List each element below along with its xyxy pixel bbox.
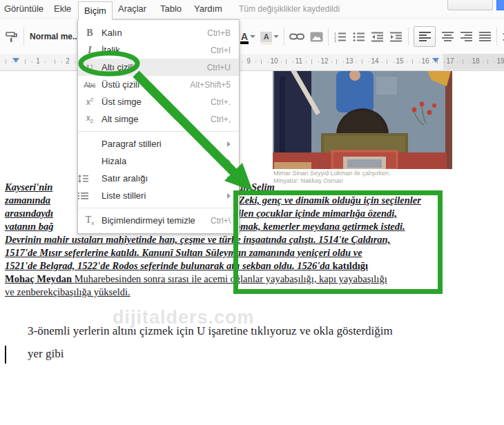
ruler-tick	[6, 59, 6, 64]
highlight-color-button[interactable]: A	[260, 27, 279, 46]
ruler: 12910111213141516171819	[0, 54, 504, 71]
submenu-arrow-icon	[227, 176, 231, 181]
document-image[interactable]	[273, 71, 452, 169]
format-menu: B Kalın Ctrl+B I İtalik Ctrl+I U Altı çi…	[77, 19, 240, 234]
toolbar-separator	[328, 28, 329, 46]
google-docs-window: Görüntüle Ekle Araçlar Tablo Yardım Tüm …	[0, 0, 504, 425]
menu-bicim[interactable]: Biçim	[78, 1, 113, 20]
menu-yardim[interactable]: Yardım	[194, 0, 222, 18]
bold-icon: B	[78, 28, 101, 39]
ruler-tick	[469, 61, 470, 63]
align-center-button[interactable]	[440, 27, 454, 46]
menu-item-italic[interactable]: I İtalik Ctrl+I	[78, 41, 239, 59]
document-page[interactable]: Mimar Sinan Seyyid Lokman ile çalışırken…	[0, 70, 504, 425]
align-right-button[interactable]	[459, 27, 473, 46]
ruler-tick	[419, 61, 420, 63]
para-line3-right: ilen çocuklar içinde mimarlığa özendi,	[238, 208, 397, 219]
menu-goruntule[interactable]: Görüntüle	[4, 0, 43, 18]
menu-item-superscript[interactable]: x2 Üst simge Ctrl+.	[78, 93, 239, 110]
numbered-list-icon[interactable]: 123	[333, 27, 347, 46]
ruler-tick	[331, 61, 332, 63]
clear-formatting-icon: Tx	[78, 215, 101, 226]
insert-link-icon[interactable]	[289, 27, 304, 46]
comments-button[interactable]	[447, 0, 493, 10]
menu-item-line-spacing[interactable]: Satır aralığı	[78, 170, 239, 187]
menu-araclar[interactable]: Araçlar	[118, 0, 146, 18]
para-line8: Mohaç Meydan Muharebesinden sonra sırası…	[5, 273, 387, 285]
menu-item-underline[interactable]: U Altı çizili Ctrl+U	[78, 59, 239, 76]
svg-text:3: 3	[334, 39, 336, 42]
ruler-tick	[55, 59, 55, 64]
right-indent-marker[interactable]	[432, 58, 439, 63]
para-line5: Devrinin mahir ustaları mahiyetinde han,…	[5, 234, 390, 246]
menu-item-align[interactable]: Hizala	[78, 152, 239, 170]
list-styles-icon	[78, 192, 101, 200]
ruler-number: 12	[320, 57, 328, 65]
ruler-tick	[261, 59, 262, 64]
highlight-caret[interactable]	[273, 35, 279, 38]
strikethrough-icon: Abc	[78, 80, 101, 90]
submenu-arrow-icon	[227, 141, 231, 147]
menu-item-list-styles[interactable]: Liste stilleri	[78, 187, 239, 204]
menu-ekle[interactable]: Ekle	[54, 0, 71, 18]
ruler-tick	[457, 61, 458, 63]
ruler-tick	[387, 59, 387, 64]
paint-format-icon[interactable]	[4, 27, 18, 46]
ruler-tick	[369, 61, 369, 63]
submenu-arrow-icon	[227, 193, 231, 199]
menu-tablo[interactable]: Tablo	[160, 0, 182, 18]
bulleted-list-icon[interactable]	[352, 27, 366, 46]
ruler-tick	[362, 59, 362, 64]
decrease-indent-icon[interactable]	[371, 27, 385, 46]
image-caption: Mimar Sinan Seyyid Lokman ile çalışırken…	[273, 170, 391, 185]
toolbar-separator	[23, 28, 24, 46]
ruler-tick	[75, 61, 75, 63]
toolbar: Normal me... A A	[0, 18, 504, 55]
ruler-tick	[268, 61, 269, 63]
increase-indent-icon[interactable]	[389, 27, 403, 46]
toolbar-separator	[284, 28, 284, 46]
style-selector[interactable]: Normal me...	[30, 27, 79, 46]
para-line4-right: omak, kemerler meydana getirmek istedi.	[235, 221, 405, 233]
ruler-number: 13	[345, 57, 353, 65]
toolbar-separator	[496, 28, 497, 46]
para-line1-left: Kayseri'nin	[5, 181, 52, 193]
ruler-number: 19	[496, 57, 504, 65]
ruler-tick	[286, 59, 287, 64]
align-left-button[interactable]	[414, 26, 436, 47]
menu-item-subscript[interactable]: x2 Alt simge Ctrl+,	[78, 110, 239, 128]
para-line2-right: Zeki, genç ve dinamik olduğu için seçile…	[239, 195, 421, 206]
justify-button[interactable]	[478, 27, 492, 46]
underline-icon: U	[78, 62, 101, 73]
superscript-icon: x2	[78, 97, 101, 107]
submenu-arrow-icon	[227, 159, 231, 164]
menu-item-clear-formatting[interactable]: Tx Biçimlendirmeyi temizle Ctrl+\	[78, 212, 239, 229]
ruler-tick	[336, 59, 337, 64]
ruler-tick	[483, 61, 483, 63]
menu-item-strikethrough[interactable]: Abc Üstü çizili Alt+Shift+5	[78, 76, 239, 93]
save-status: Tüm değişiklikler kaydedildi	[239, 0, 340, 18]
menu-item-bold[interactable]: B Kalın Ctrl+B	[78, 24, 239, 41]
text-color-button[interactable]: A	[240, 27, 255, 46]
toolbar-separator	[408, 28, 409, 46]
para-line7: 1521'de Belgrad, 1522'de Rodos seferinde…	[5, 260, 368, 272]
ruler-tick	[25, 59, 26, 64]
share-button[interactable]	[496, 0, 504, 10]
ruler-tick	[343, 61, 344, 63]
ruler-tick	[494, 61, 495, 63]
line-spacing-icon	[78, 175, 101, 183]
ruler-number: 18	[472, 57, 479, 65]
left-indent-marker[interactable]	[12, 58, 19, 63]
text-color-caret[interactable]	[250, 35, 255, 38]
ruler-tick	[293, 61, 293, 63]
ruler-tick	[487, 59, 488, 64]
ruler-tick	[407, 61, 407, 63]
para-line3-left: arasındaydı	[5, 208, 53, 219]
ruler-number: 15	[396, 57, 403, 65]
ruler-tick	[281, 61, 282, 63]
para-line1-right: an Selim	[238, 181, 275, 193]
menu-item-paragraph-styles[interactable]: Paragraf stilleri	[78, 135, 239, 152]
ruler-tick	[311, 59, 312, 64]
ruler-tick	[306, 61, 307, 63]
insert-image-icon[interactable]	[309, 27, 323, 46]
